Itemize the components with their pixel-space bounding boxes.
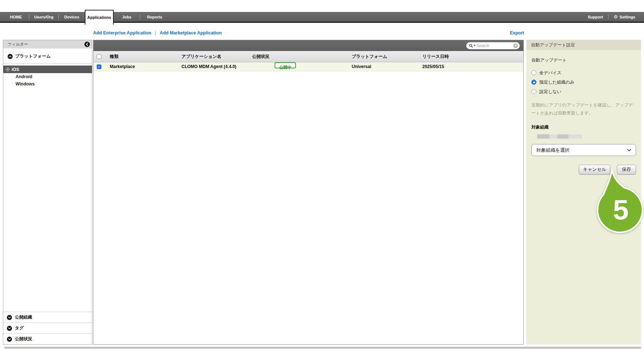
filter-section-platform[interactable]: プラットフォーム — [3, 49, 92, 62]
table-row[interactable]: ✓ Marketplace CLOMO MDM Agent (4.4.0) 公開… — [93, 62, 523, 71]
column-header-release-date[interactable]: リリース日時 — [422, 51, 449, 62]
content-drop-shadow — [4, 347, 641, 349]
cell-platform: Universal — [352, 62, 371, 71]
application-actions: Add Enterprise Application | Add Marketp… — [93, 30, 222, 35]
chevron-down-icon — [627, 149, 631, 152]
filter-sidebar: フィルター プラットフォーム iOS Android Windows 公開組 — [3, 40, 92, 345]
applications-table: ✕ 種類 アプリケーション名 公開状況 プラットフォーム リリース日時 ✓ Ma… — [93, 40, 524, 345]
nav-item-applications-active[interactable]: Applications — [85, 10, 114, 25]
chevron-down-circle-icon — [7, 337, 12, 342]
clomo-admin-page: HOME Users/Org Devices Applications Jobs… — [0, 0, 644, 362]
filter-item-ios-selected[interactable]: iOS — [3, 66, 92, 73]
cell-type: Marketplace — [110, 62, 135, 71]
filter-item-android[interactable]: Android — [3, 73, 92, 80]
panel-body: 自動アップデート 全デバイス 指定した組織のみ 設定しない 定期的にアプリのアッ… — [526, 57, 641, 174]
filter-item-label: iOS — [12, 67, 19, 72]
gear-icon: ⚙ — [614, 14, 618, 19]
radio-label: 全デバイス — [539, 70, 561, 76]
platform-section-label: プラットフォーム — [15, 53, 51, 59]
target-org-select[interactable]: 対象組織を選択 — [531, 144, 636, 156]
auto-update-radio-group: 全デバイス 指定した組織のみ 設定しない — [531, 68, 636, 96]
chevron-down-circle-icon — [7, 326, 12, 331]
filter-title: フィルター — [8, 42, 28, 47]
radio-option-none[interactable]: 設定しない — [531, 87, 636, 96]
settings-label: Settings — [620, 15, 635, 19]
radio-option-all-devices[interactable]: 全デバイス — [531, 68, 636, 77]
filter-section-tag[interactable]: タグ — [3, 323, 92, 333]
sidebar-divider — [3, 63, 92, 64]
selected-radio-icon — [6, 68, 9, 71]
column-header-platform[interactable]: プラットフォーム — [352, 51, 387, 62]
step-balloon: 5 — [593, 169, 644, 235]
target-org-label: 対象組織 — [531, 124, 636, 130]
panel-title: 自動アップデート設定 — [531, 42, 575, 48]
filter-item-windows[interactable]: Windows — [3, 80, 92, 88]
search-box[interactable]: ✕ — [466, 42, 520, 49]
nav-item-devices[interactable]: Devices — [59, 15, 85, 19]
cell-app-name: CLOMO MDM Agent (4.4.0) — [181, 62, 237, 71]
clear-search-icon[interactable]: ✕ — [513, 43, 518, 48]
section-label: 公開状況 — [15, 336, 32, 342]
table-header-row: 種類 アプリケーション名 公開状況 プラットフォーム リリース日時 — [93, 51, 523, 62]
nav-tabs: HOME Users/Org Devices Applications Jobs… — [0, 12, 169, 22]
auto-update-description: 定期的にアプリのアップデートを確認し、アップデートがあれば自動更新します。 — [531, 101, 637, 117]
radio-icon[interactable] — [531, 89, 536, 94]
column-header-type[interactable]: 種類 — [110, 51, 118, 62]
search-icon — [469, 44, 473, 48]
radio-icon[interactable] — [531, 70, 536, 75]
row-checkbox-checked[interactable]: ✓ — [97, 64, 101, 69]
cell-release-date: 2025/05/15 — [422, 62, 444, 71]
radio-option-specified-org[interactable]: 指定した組織のみ — [531, 77, 636, 87]
select-value: 対象組織を選択 — [536, 147, 569, 153]
export-link[interactable]: Export — [493, 30, 524, 35]
nav-right-group: Support ⚙ Settings — [588, 14, 644, 20]
top-navigation-bar: HOME Users/Org Devices Applications Jobs… — [0, 12, 644, 23]
radio-icon-selected[interactable] — [531, 80, 536, 85]
section-label: 公開組織 — [15, 314, 32, 320]
radio-label: 設定しない — [539, 89, 561, 95]
nav-item-jobs[interactable]: Jobs — [114, 15, 140, 19]
radio-label: 指定した組織のみ — [539, 79, 574, 85]
chevron-down-circle-icon — [7, 315, 12, 320]
add-enterprise-application-link[interactable]: Add Enterprise Application — [93, 30, 151, 35]
nav-item-home[interactable]: HOME — [3, 15, 29, 19]
add-marketplace-application-link[interactable]: Add Marketplace Application — [160, 30, 222, 35]
search-scope-caret-icon[interactable] — [473, 45, 476, 46]
status-badge: 公開中 — [275, 62, 296, 68]
panel-header: 自動アップデート設定 — [526, 40, 641, 50]
column-header-status[interactable]: 公開状況 — [252, 51, 269, 62]
filter-header: フィルター — [3, 40, 92, 49]
chevron-up-circle-icon — [8, 54, 13, 59]
column-header-app-name[interactable]: アプリケーション名 — [181, 51, 221, 62]
settings-link[interactable]: ⚙ Settings — [614, 14, 635, 19]
nav-separator — [608, 14, 609, 20]
nav-item-reports[interactable]: Reports — [140, 15, 169, 19]
search-input[interactable] — [477, 43, 513, 48]
nav-item-users-org[interactable]: Users/Org — [29, 15, 58, 19]
section-label: タグ — [15, 325, 24, 331]
table-toolbar: ✕ — [93, 40, 523, 51]
step-number: 5 — [613, 194, 628, 226]
sidebar-collapse-button[interactable] — [84, 42, 90, 47]
sidebar-spacer — [3, 88, 92, 312]
filter-section-public-status[interactable]: 公開状況 — [3, 333, 92, 344]
select-all-checkbox[interactable] — [97, 54, 101, 59]
support-link[interactable]: Support — [588, 15, 603, 19]
chevron-left-icon — [86, 43, 88, 46]
link-separator: | — [155, 30, 156, 35]
filter-section-public-org[interactable]: 公開組織 — [3, 312, 92, 323]
auto-update-label: 自動アップデート — [531, 57, 636, 63]
redacted-org-name — [537, 134, 582, 139]
